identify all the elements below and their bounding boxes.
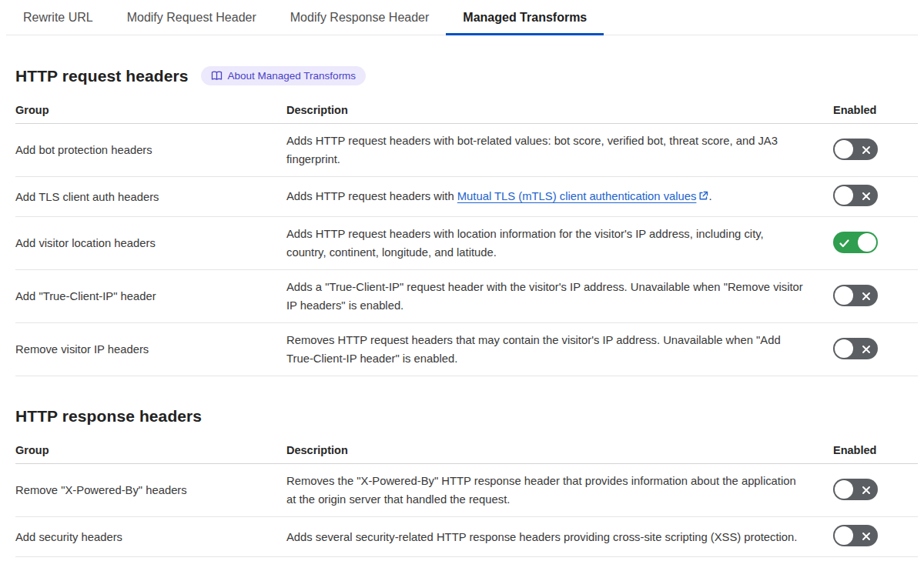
row-group-label: Add security headers	[15, 529, 286, 546]
column-header-enabled: Enabled	[833, 104, 918, 116]
table-row: Add bot protection headers Adds HTTP req…	[15, 124, 918, 177]
row-description: Adds a "True-Client-IP" request header w…	[286, 278, 833, 315]
toggle-add-bot-protection-headers[interactable]	[833, 139, 878, 160]
tab-bar: Rewrite URL Modify Request Header Modify…	[6, 0, 918, 35]
tab-rewrite-url[interactable]: Rewrite URL	[6, 0, 110, 35]
toggle-knob	[835, 140, 853, 159]
external-link-icon	[698, 188, 708, 206]
x-icon	[862, 485, 871, 497]
toggle-knob	[858, 233, 876, 252]
toggle-add-true-client-ip-header[interactable]	[833, 285, 878, 306]
tab-modify-request-header[interactable]: Modify Request Header	[110, 0, 273, 35]
column-header-group: Group	[15, 104, 286, 116]
row-description: Adds several security-related HTTP respo…	[286, 528, 833, 546]
request-headers-section: HTTP request headers About Managed Trans…	[15, 66, 918, 376]
row-description: Removes HTTP request headers that may co…	[286, 331, 833, 368]
x-icon	[862, 344, 871, 356]
request-headers-title: HTTP request headers	[15, 67, 189, 85]
column-header-description: Description	[286, 104, 833, 116]
toggle-add-security-headers[interactable]	[833, 525, 878, 546]
row-description: Adds HTTP request headers with location …	[286, 225, 833, 262]
column-header-description: Description	[286, 444, 833, 456]
row-description: Adds HTTP request headers with Mutual TL…	[286, 187, 833, 206]
table-row: Remove "X-Powered-By" headers Removes th…	[15, 464, 918, 517]
row-description: Removes the "X-Powered-By" HTTP response…	[286, 472, 833, 509]
toggle-add-visitor-location-headers[interactable]	[833, 232, 878, 253]
toggle-add-tls-client-auth-headers[interactable]	[833, 185, 878, 206]
table-row: Remove visitor IP headers Removes HTTP r…	[15, 323, 918, 376]
row-group-label: Remove "X-Powered-By" headers	[15, 482, 286, 499]
x-icon	[862, 145, 871, 157]
tab-modify-response-header[interactable]: Modify Response Header	[273, 0, 447, 35]
table-row: Add visitor location headers Adds HTTP r…	[15, 217, 918, 270]
book-icon	[211, 71, 223, 81]
toggle-knob	[835, 480, 853, 499]
toggle-remove-visitor-ip-headers[interactable]	[833, 338, 878, 359]
row-group-label: Add bot protection headers	[15, 142, 286, 159]
x-icon	[862, 191, 871, 203]
toggle-knob	[835, 286, 853, 305]
column-header-enabled: Enabled	[833, 444, 918, 456]
description-text: Adds HTTP request headers with	[286, 190, 457, 202]
request-table-header: Group Description Enabled	[15, 98, 918, 124]
x-icon	[862, 291, 871, 303]
column-header-group: Group	[15, 444, 286, 456]
table-row: Add TLS client auth headers Adds HTTP re…	[15, 177, 918, 217]
about-managed-transforms-badge[interactable]: About Managed Transforms	[201, 66, 367, 85]
response-table-header: Group Description Enabled	[15, 438, 918, 464]
mtls-docs-link[interactable]: Mutual TLS (mTLS) client authentication …	[457, 190, 697, 202]
row-group-label: Add "True-Client-IP" header	[15, 288, 286, 305]
response-headers-section: HTTP response headers Group Description …	[15, 407, 918, 557]
toggle-knob	[835, 186, 853, 205]
x-icon	[862, 531, 871, 543]
about-badge-label: About Managed Transforms	[228, 70, 357, 82]
row-group-label: Remove visitor IP headers	[15, 341, 286, 358]
row-group-label: Add visitor location headers	[15, 235, 286, 252]
check-icon	[839, 238, 849, 250]
toggle-knob	[835, 339, 853, 358]
response-headers-title: HTTP response headers	[15, 407, 202, 426]
toggle-remove-x-powered-by-headers[interactable]	[833, 479, 878, 500]
toggle-knob	[835, 526, 853, 545]
row-group-label: Add TLS client auth headers	[15, 189, 286, 205]
tab-managed-transforms[interactable]: Managed Transforms	[446, 0, 604, 35]
table-row: Add "True-Client-IP" header Adds a "True…	[15, 270, 918, 323]
row-description: Adds HTTP request headers with bot-relat…	[286, 132, 833, 169]
description-text: .	[708, 190, 711, 202]
table-row: Add security headers Adds several securi…	[15, 517, 918, 557]
